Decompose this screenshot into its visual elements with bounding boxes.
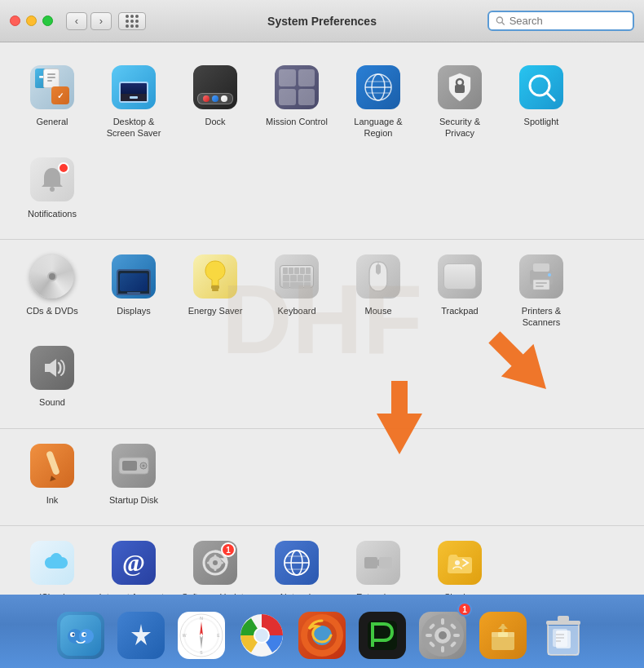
- maximize-button[interactable]: [42, 15, 53, 26]
- spotlight-label: Spotlight: [524, 116, 559, 127]
- close-button[interactable]: [10, 15, 20, 26]
- pref-item-desktop[interactable]: Desktop & Screen Saver: [95, 57, 173, 146]
- dock-item-syspref[interactable]: 1: [415, 604, 470, 659]
- dock-item-pixelmator[interactable]: [355, 604, 410, 659]
- pref-item-security[interactable]: Security & Privacy: [421, 57, 499, 146]
- search-bar[interactable]: [487, 11, 634, 31]
- printers-label: Printers & Scanners: [505, 305, 577, 329]
- startup-label: Startup Disk: [109, 494, 158, 506]
- security-label: Security & Privacy: [424, 116, 496, 139]
- internet-accounts-icon: @: [110, 539, 157, 586]
- dock-item-firefox[interactable]: [294, 604, 350, 659]
- pref-item-ink[interactable]: Ink: [13, 436, 91, 512]
- general-label: General: [36, 116, 68, 127]
- section-ink: Ink Startup Disk: [0, 429, 644, 526]
- syspref-badge: 1: [457, 602, 472, 617]
- displays-icon: [110, 253, 157, 300]
- svg-marker-23: [48, 475, 56, 481]
- mission-label: Mission Control: [266, 116, 328, 127]
- pref-item-keyboard[interactable]: Keyboard: [258, 246, 336, 335]
- pref-item-startup[interactable]: Startup Disk: [95, 436, 173, 512]
- pref-item-language[interactable]: Language & Region: [339, 57, 417, 146]
- pref-item-general[interactable]: ✓ General: [13, 57, 91, 146]
- dock-item-trash[interactable]: [536, 604, 591, 659]
- svg-line-1: [502, 22, 505, 24]
- dock-label: Dock: [205, 116, 225, 127]
- back-button[interactable]: ‹: [66, 12, 87, 30]
- svg-point-21: [548, 273, 551, 276]
- svg-rect-20: [536, 285, 544, 287]
- grid-view-button[interactable]: [118, 12, 146, 30]
- pref-item-internet-accounts[interactable]: @ Internet Accounts: [95, 533, 173, 595]
- svg-marker-65: [131, 624, 151, 645]
- svg-rect-31: [214, 555, 217, 558]
- svg-rect-41: [379, 557, 392, 568]
- minimize-button[interactable]: [26, 15, 37, 26]
- svg-text:W: W: [183, 633, 187, 638]
- pref-item-displays[interactable]: Displays: [95, 246, 173, 335]
- svg-rect-34: [220, 562, 223, 564]
- pref-item-icloud[interactable]: iCloud: [13, 533, 91, 595]
- pref-item-sharing[interactable]: Sharing: [421, 533, 499, 595]
- security-icon: [436, 64, 483, 111]
- notifications-icon: [29, 156, 76, 203]
- cds-icon: [29, 253, 76, 300]
- pref-item-mouse[interactable]: Mouse: [339, 246, 417, 335]
- pref-item-mission[interactable]: Mission Control: [258, 57, 336, 146]
- window-title: System Preferences: [267, 15, 377, 28]
- dock-item-finder[interactable]: [53, 604, 108, 659]
- mouse-label: Mouse: [364, 305, 391, 316]
- pref-item-software-update[interactable]: 1 Software Update: [176, 533, 254, 595]
- displays-label: Displays: [117, 305, 151, 316]
- pref-item-extensions[interactable]: Extensions: [339, 533, 417, 595]
- pref-item-notifications[interactable]: Notifications: [13, 149, 91, 226]
- pref-item-cds[interactable]: CDs & DVDs: [13, 246, 91, 335]
- svg-rect-12: [211, 285, 219, 289]
- svg-point-60: [79, 629, 94, 644]
- dock: N E S W: [0, 595, 644, 668]
- svg-point-11: [50, 187, 55, 192]
- network-icon: [273, 539, 320, 586]
- trackpad-label: Trackpad: [441, 305, 478, 316]
- svg-rect-13: [212, 289, 218, 291]
- desktop-label: Desktop & Screen Saver: [98, 116, 170, 139]
- pref-item-trackpad[interactable]: Trackpad: [421, 246, 499, 335]
- dock-icon: [192, 64, 239, 111]
- svg-point-63: [73, 634, 75, 636]
- general-icon: ✓: [29, 64, 76, 111]
- pref-item-dock[interactable]: Dock: [176, 57, 254, 146]
- icon-grid-internet: iCloud @ Internet Accounts: [13, 533, 631, 595]
- forward-button[interactable]: ›: [90, 12, 112, 30]
- pref-item-sound[interactable]: Sound: [13, 338, 91, 414]
- cds-label: CDs & DVDs: [26, 305, 78, 316]
- pref-item-spotlight[interactable]: Spotlight: [502, 57, 580, 146]
- svg-rect-17: [533, 263, 549, 272]
- svg-rect-88: [426, 634, 432, 637]
- svg-rect-32: [214, 568, 217, 571]
- sound-label: Sound: [39, 396, 65, 408]
- dock-item-launchpad[interactable]: [113, 604, 169, 659]
- icon-grid-ink: Ink Startup Disk: [13, 436, 631, 512]
- titlebar: ‹ › System Preferences: [0, 0, 644, 42]
- pref-item-network[interactable]: Network: [258, 533, 336, 595]
- pref-item-energy[interactable]: Energy Saver: [176, 246, 254, 335]
- svg-rect-101: [558, 616, 569, 622]
- svg-point-77: [255, 629, 268, 642]
- ink-icon: [29, 442, 76, 489]
- sound-icon: [29, 344, 76, 392]
- dock-item-gdebi[interactable]: [475, 604, 531, 659]
- icloud-icon: [29, 539, 76, 586]
- extensions-icon: [355, 539, 402, 586]
- dock-item-safari[interactable]: N E S W: [174, 604, 229, 659]
- energy-icon: [192, 253, 239, 300]
- language-label: Language & Region: [342, 116, 414, 139]
- mouse-icon: [355, 253, 402, 300]
- trackpad-icon: [436, 253, 483, 300]
- svg-rect-87: [441, 646, 444, 653]
- search-input[interactable]: [509, 15, 626, 27]
- svg-point-0: [496, 17, 502, 23]
- notifications-label: Notifications: [28, 208, 77, 219]
- svg-point-27: [143, 464, 145, 467]
- pref-item-printers[interactable]: Printers & Scanners: [502, 246, 580, 335]
- dock-item-chrome[interactable]: [234, 604, 289, 659]
